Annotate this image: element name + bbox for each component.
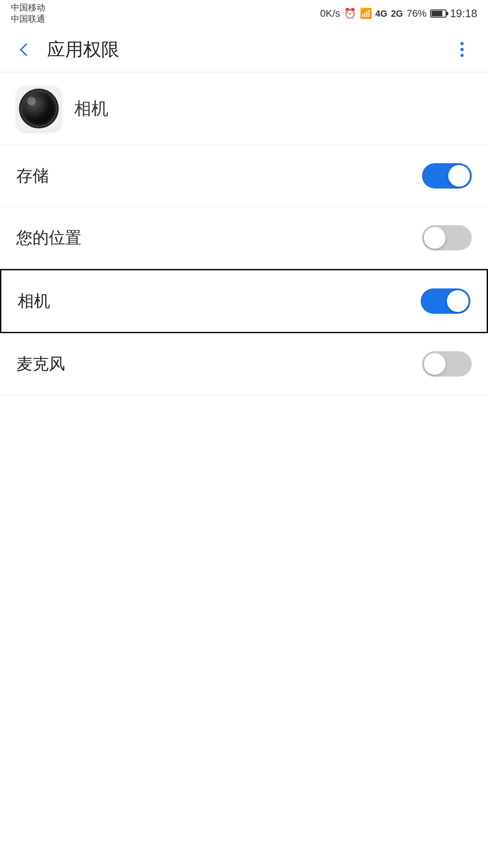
- status-bar: 中国移动 中国联通 0K/s ⏰ 📶 4G 2G 76% 19:18: [0, 0, 488, 27]
- toggle-storage[interactable]: [422, 163, 472, 189]
- permission-label-storage: 存储: [16, 165, 49, 187]
- battery-icon: [430, 9, 446, 18]
- permission-label-camera: 相机: [18, 290, 50, 312]
- dot-icon: [460, 48, 464, 51]
- carrier2-label: 中国联通: [11, 14, 45, 25]
- wifi-icon: 📶: [360, 8, 372, 19]
- app-name: 相机: [74, 97, 108, 120]
- permission-row-microphone: 麦克风: [0, 333, 488, 395]
- toggle-camera[interactable]: [421, 288, 470, 314]
- alarm-icon: ⏰: [344, 8, 356, 19]
- permission-row-location: 您的位置: [0, 207, 488, 269]
- time-label: 19:18: [450, 7, 477, 20]
- permission-list: 存储您的位置相机麦克风: [0, 145, 488, 395]
- permission-label-microphone: 麦克风: [16, 353, 65, 375]
- camera-lens-icon: [21, 90, 57, 127]
- toggle-thumb-camera: [447, 290, 469, 312]
- more-options-button[interactable]: [448, 36, 475, 63]
- permission-row-camera: 相机: [0, 269, 488, 333]
- permission-row-storage: 存储: [0, 145, 488, 207]
- toggle-microphone[interactable]: [422, 351, 472, 377]
- battery-percent: 76%: [407, 8, 427, 19]
- speed-label: 0K/s: [320, 8, 340, 19]
- toggle-location[interactable]: [422, 225, 472, 250]
- top-bar: 应用权限: [0, 27, 488, 72]
- signal-2g-icon: 2G: [391, 9, 403, 19]
- dot-icon: [460, 54, 464, 57]
- dot-icon: [460, 42, 464, 45]
- toggle-thumb-microphone: [424, 353, 446, 375]
- page-title: 应用权限: [47, 37, 448, 62]
- carrier1-label: 中国移动: [11, 2, 45, 14]
- app-icon: [16, 86, 61, 131]
- back-arrow-icon: [20, 43, 33, 56]
- signal-4g-icon: 4G: [375, 9, 388, 19]
- carrier-info: 中国移动 中国联通: [11, 2, 45, 24]
- status-right: 0K/s ⏰ 📶 4G 2G 76% 19:18: [320, 7, 477, 20]
- toggle-thumb-location: [424, 227, 446, 249]
- permission-label-location: 您的位置: [16, 227, 81, 249]
- toggle-thumb-storage: [448, 165, 470, 187]
- back-button[interactable]: [13, 36, 40, 63]
- app-header: 相机: [0, 72, 488, 145]
